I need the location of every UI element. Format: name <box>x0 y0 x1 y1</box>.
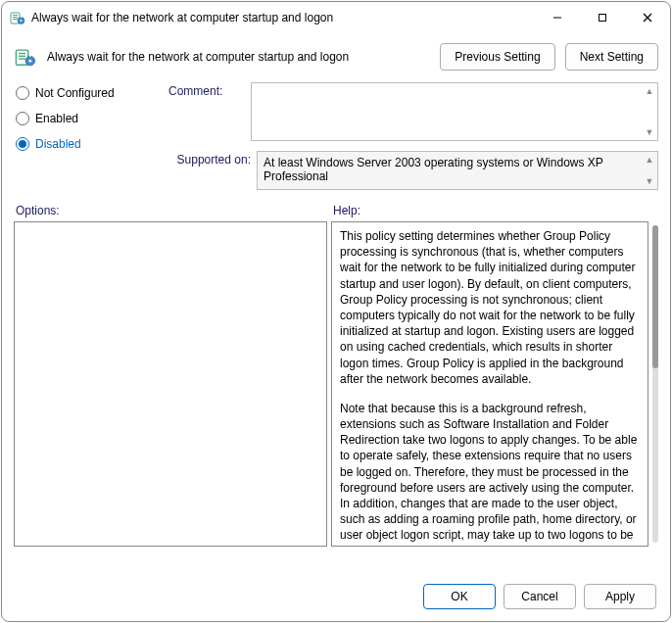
supported-value: At least Windows Server 2003 operating s… <box>264 156 603 183</box>
dialog-window: Always wait for the network at computer … <box>1 1 671 622</box>
help-panel[interactable]: This policy setting determines whether G… <box>331 221 648 547</box>
policy-icon <box>10 10 25 25</box>
enabled-radio-input[interactable] <box>16 112 29 125</box>
scroll-down-icon[interactable]: ▼ <box>642 173 657 189</box>
supported-row: Supported on: At least Windows Server 20… <box>168 151 658 190</box>
enabled-label: Enabled <box>35 112 78 125</box>
svg-rect-3 <box>13 19 18 20</box>
help-paragraph: This policy setting determines whether G… <box>340 228 640 387</box>
dialog-footer: OK Cancel Apply <box>2 572 670 621</box>
disabled-radio-input[interactable] <box>16 137 29 151</box>
scroll-up-icon[interactable]: ▲ <box>642 152 657 168</box>
maximize-button[interactable] <box>580 2 625 33</box>
apply-button[interactable]: Apply <box>584 584 656 609</box>
svg-point-16 <box>28 60 31 63</box>
svg-rect-2 <box>13 17 18 18</box>
mid-column: Comment: ▲ ▼ Supported on: At least Wind… <box>168 82 658 190</box>
comment-scrollbar[interactable]: ▲ ▼ <box>642 83 657 140</box>
svg-point-5 <box>21 20 23 22</box>
svg-rect-6 <box>21 16 22 18</box>
svg-rect-8 <box>600 15 606 22</box>
not-configured-label: Not Configured <box>35 86 115 100</box>
ok-button[interactable]: OK <box>423 584 496 609</box>
help-label: Help: <box>333 204 360 217</box>
svg-rect-17 <box>29 54 30 57</box>
config-section: Not Configured Enabled Disabled Comment:… <box>2 80 670 198</box>
supported-label: Supported on: <box>168 151 251 190</box>
section-labels: Options: Help: <box>2 198 670 221</box>
supported-scrollbar[interactable]: ▲ ▼ <box>642 152 657 189</box>
help-scrollbar[interactable] <box>652 225 658 543</box>
help-paragraph: Note that because this is a background r… <box>340 401 640 547</box>
previous-setting-button[interactable]: Previous Setting <box>440 43 554 71</box>
svg-rect-1 <box>13 15 18 16</box>
svg-rect-14 <box>19 58 25 59</box>
comment-textarea[interactable]: ▲ ▼ <box>251 82 658 141</box>
enabled-radio[interactable]: Enabled <box>16 112 153 125</box>
policy-icon-large <box>14 45 37 69</box>
options-panel <box>14 221 327 547</box>
svg-rect-13 <box>19 56 25 57</box>
disabled-radio[interactable]: Disabled <box>16 137 153 151</box>
policy-title: Always wait for the network at computer … <box>47 50 430 64</box>
scroll-down-icon[interactable]: ▼ <box>642 124 657 140</box>
svg-rect-12 <box>19 53 25 54</box>
options-label: Options: <box>16 204 333 217</box>
minimize-button[interactable] <box>535 2 580 33</box>
disabled-label: Disabled <box>35 137 81 151</box>
not-configured-radio-input[interactable] <box>16 86 29 100</box>
scrollbar-thumb[interactable] <box>652 225 658 368</box>
next-setting-button[interactable]: Next Setting <box>565 43 658 71</box>
titlebar: Always wait for the network at computer … <box>2 2 670 33</box>
state-radio-group: Not Configured Enabled Disabled <box>16 82 153 190</box>
window-title: Always wait for the network at computer … <box>31 11 535 24</box>
cancel-button[interactable]: Cancel <box>504 584 576 609</box>
comment-label: Comment: <box>168 82 245 141</box>
comment-row: Comment: ▲ ▼ <box>168 82 658 141</box>
scroll-up-icon[interactable]: ▲ <box>642 83 657 99</box>
panels-row: This policy setting determines whether G… <box>2 221 670 572</box>
header-row: Always wait for the network at computer … <box>2 33 670 80</box>
close-button[interactable] <box>625 2 670 33</box>
supported-textbox: At least Windows Server 2003 operating s… <box>257 151 658 190</box>
not-configured-radio[interactable]: Not Configured <box>16 86 153 100</box>
window-controls <box>535 2 670 33</box>
help-wrap: This policy setting determines whether G… <box>331 221 658 547</box>
